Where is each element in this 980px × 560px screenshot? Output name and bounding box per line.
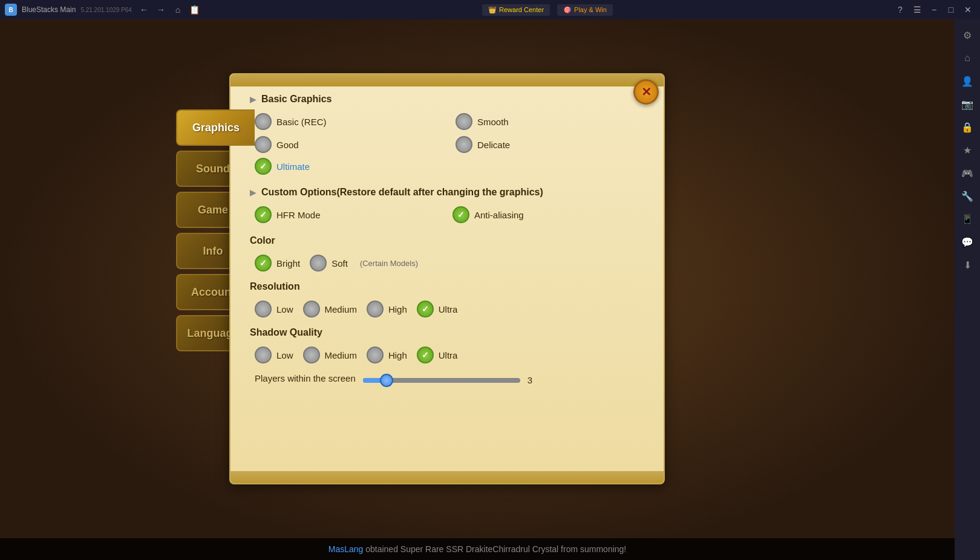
reward-center-button[interactable]: 👑 Reward Center — [482, 4, 550, 16]
color-header: Color — [250, 235, 644, 246]
scroll-decoration-top — [229, 73, 665, 86]
radio-res-low[interactable] — [255, 301, 272, 317]
label-soft: Soft — [332, 258, 348, 269]
option-res-medium[interactable]: Medium — [303, 301, 357, 317]
option-soft[interactable]: Soft — [310, 255, 348, 272]
option-anti-aliasing[interactable]: ✓ Anti-aliasing — [452, 206, 644, 223]
radio-bright[interactable]: ✓ — [255, 255, 272, 272]
option-good[interactable]: Good — [255, 136, 443, 153]
home-button[interactable]: ⌂ — [171, 2, 185, 17]
sidebar-icon-chat[interactable]: 💬 — [956, 231, 978, 253]
app-icon: B — [5, 4, 17, 16]
option-smooth[interactable]: Smooth — [456, 113, 644, 130]
bottombar-message: MasLang obtained Super Rare SSR DrakiteC… — [328, 544, 627, 554]
radio-delicate[interactable] — [456, 136, 472, 153]
sidebar-icon-profile[interactable]: 👤 — [956, 70, 978, 92]
check-hfr: ✓ — [260, 210, 267, 220]
radio-good[interactable] — [255, 136, 272, 153]
minimize-button[interactable]: − — [927, 2, 941, 17]
label-shadow-low: Low — [276, 350, 293, 360]
sidebar-icon-gamepad[interactable]: 🎮 — [956, 162, 978, 184]
slider-value: 3 — [528, 375, 532, 385]
label-good: Good — [276, 140, 299, 150]
check-ultimate: ✓ — [260, 161, 267, 171]
sidebar-icon-mobile[interactable]: 📱 — [956, 208, 978, 230]
sidebar-icon-lock[interactable]: 🔒 — [956, 116, 978, 138]
radio-shadow-ultra[interactable]: ✓ — [417, 347, 434, 363]
help-button[interactable]: ? — [893, 2, 907, 17]
close-button[interactable]: ✕ — [961, 2, 975, 17]
option-shadow-high[interactable]: High — [367, 347, 407, 363]
basic-graphics-header: ▶ Basic Graphics — [250, 94, 644, 105]
option-ultimate[interactable]: ✓ Ultimate — [255, 158, 310, 175]
radio-shadow-low[interactable] — [255, 347, 272, 363]
radio-res-medium[interactable] — [303, 301, 320, 317]
slider-thumb[interactable] — [380, 374, 393, 387]
resolution-header: Resolution — [250, 281, 644, 292]
menu-button[interactable]: ☰ — [910, 2, 924, 17]
option-bright[interactable]: ✓ Bright — [255, 255, 300, 272]
custom-options-header: ▶ Custom Options(Restore default after c… — [250, 187, 644, 198]
back-button[interactable]: ← — [137, 2, 151, 17]
ultimate-row: ✓ Ultimate — [250, 158, 644, 175]
option-delicate[interactable]: Delicate — [456, 136, 644, 153]
option-shadow-medium[interactable]: Medium — [303, 347, 357, 363]
forward-button[interactable]: → — [154, 2, 168, 17]
radio-soft[interactable] — [310, 255, 327, 272]
players-slider-section: Players within the screen 3 — [250, 373, 644, 387]
scroll-decoration-bottom — [229, 471, 665, 484]
app-name: BlueStacks Main — [22, 5, 76, 14]
option-shadow-low[interactable]: Low — [255, 347, 293, 363]
radio-basic-rec[interactable] — [255, 113, 272, 130]
copy-button[interactable]: 📋 — [188, 2, 202, 17]
sidebar-icon-home[interactable]: ⌂ — [956, 47, 978, 69]
titlebar-left: B BlueStacks Main 5.21.201.1029 P64 ← → … — [5, 2, 202, 17]
radio-shadow-high[interactable] — [367, 347, 384, 363]
section-arrow: ▶ — [250, 94, 256, 104]
label-res-low: Low — [276, 304, 293, 314]
app-version: 5.21.201.1029 P64 — [80, 7, 132, 13]
certain-models-note: (Certain Models) — [360, 259, 418, 268]
label-smooth: Smooth — [477, 117, 509, 127]
shadow-title: Shadow Quality — [250, 327, 322, 338]
slider-track[interactable] — [363, 378, 520, 383]
label-bright: Bright — [276, 258, 300, 269]
label-shadow-high: High — [388, 350, 407, 360]
option-shadow-ultra[interactable]: ✓ Ultra — [417, 347, 458, 363]
sidebar-icon-download[interactable]: ⬇ — [956, 254, 978, 276]
titlebar: B BlueStacks Main 5.21.201.1029 P64 ← → … — [0, 0, 980, 19]
radio-ultimate[interactable]: ✓ — [255, 158, 272, 175]
custom-section-arrow: ▶ — [250, 187, 256, 197]
sidebar-icon-tools[interactable]: 🔧 — [956, 185, 978, 207]
option-res-high[interactable]: High — [367, 301, 407, 317]
sidebar-icon-settings[interactable]: ⚙ — [956, 24, 978, 46]
titlebar-center: 👑 Reward Center 🎯 Play & Win — [482, 4, 613, 16]
bottombar-text-content: obtained Super Rare SSR DrakiteChirradru… — [365, 544, 626, 554]
play-win-button[interactable]: 🎯 Play & Win — [557, 4, 613, 16]
nav-arrows[interactable]: ← → ⌂ 📋 — [137, 2, 202, 17]
reward-icon: 👑 — [488, 6, 497, 14]
resolution-options: Low Medium High ✓ Ultra — [250, 301, 644, 317]
label-basic-rec: Basic (REC) — [276, 117, 327, 127]
color-title: Color — [250, 235, 275, 246]
option-hfr-mode[interactable]: ✓ HFR Mode — [255, 206, 446, 223]
tab-graphics[interactable]: Graphics — [176, 109, 255, 146]
close-panel-button[interactable]: ✕ — [633, 79, 659, 105]
sidebar-icon-camera[interactable]: 📷 — [956, 93, 978, 115]
radio-shadow-medium[interactable] — [303, 347, 320, 363]
maximize-button[interactable]: □ — [944, 2, 958, 17]
right-sidebar: ⚙ ⌂ 👤 📷 🔒 ★ 🎮 🔧 📱 💬 ⬇ — [955, 19, 980, 560]
sidebar-icon-star[interactable]: ★ — [956, 139, 978, 161]
option-res-low[interactable]: Low — [255, 301, 293, 317]
radio-hfr-mode[interactable]: ✓ — [255, 206, 272, 223]
option-basic-rec[interactable]: Basic (REC) — [255, 113, 443, 130]
bottombar-name: MasLang — [328, 544, 364, 554]
label-shadow-ultra: Ultra — [439, 350, 458, 360]
radio-smooth[interactable] — [456, 113, 472, 130]
check-bright: ✓ — [260, 258, 267, 268]
option-res-ultra[interactable]: ✓ Ultra — [417, 301, 458, 317]
radio-anti-aliasing[interactable]: ✓ — [452, 206, 469, 223]
slider-container: Players within the screen 3 — [255, 373, 644, 387]
radio-res-ultra[interactable]: ✓ — [417, 301, 434, 317]
radio-res-high[interactable] — [367, 301, 384, 317]
